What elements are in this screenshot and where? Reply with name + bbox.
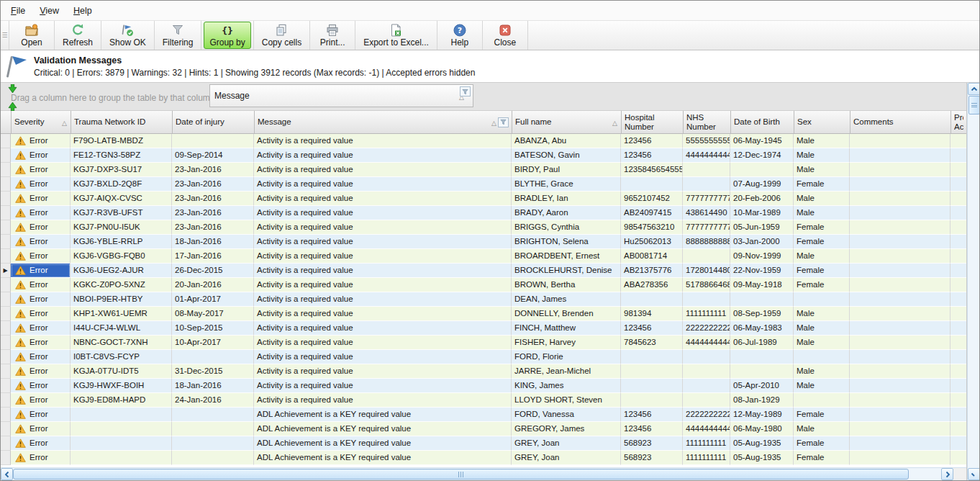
row-selector-cell[interactable]	[1, 235, 11, 249]
nhs-number-cell[interactable]: 2222222222	[683, 321, 730, 336]
message-cell[interactable]: Activity is a required value	[254, 134, 512, 148]
trauma-network-id-cell[interactable]: KGJ6-UEG2-AJUR	[71, 264, 172, 278]
row-selector-cell[interactable]	[1, 134, 11, 148]
comments-cell[interactable]	[850, 321, 950, 336]
trauma-network-id-cell[interactable]: KGKC-Z0PO-5XNZ	[71, 278, 172, 292]
full-name-cell[interactable]: BRIGHTON, Selena	[512, 235, 621, 249]
message-cell[interactable]: Activity is a required value	[254, 206, 512, 220]
trauma-network-id-cell[interactable]: KGJ7-R3VB-UFST	[71, 206, 172, 220]
date-of-injury-cell[interactable]: 01-Apr-2017	[172, 292, 254, 307]
message-cell[interactable]: Activity is a required value	[254, 235, 512, 249]
nhs-number-cell[interactable]	[683, 393, 730, 408]
prob-acce-cell[interactable]	[950, 379, 966, 393]
full-name-cell[interactable]: FINCH, Matthew	[512, 321, 621, 336]
nhs-number-cell[interactable]: 5555555555	[683, 134, 730, 148]
hospital-number-cell[interactable]: 568923	[621, 436, 683, 451]
sex-cell[interactable]: Male	[794, 148, 850, 163]
date-of-injury-cell[interactable]	[172, 436, 254, 451]
comments-cell[interactable]	[850, 350, 950, 364]
comments-cell[interactable]	[850, 192, 950, 206]
date-of-injury-cell[interactable]: 24-Jan-2016	[172, 393, 254, 408]
comments-cell[interactable]	[850, 220, 950, 235]
date-of-injury-cell[interactable]	[172, 134, 254, 148]
comments-cell[interactable]	[850, 206, 950, 220]
severity-cell[interactable]: Error	[11, 134, 71, 148]
message-cell[interactable]: Activity is a required value	[254, 350, 512, 364]
date-of-injury-cell[interactable]	[172, 408, 254, 422]
table-row[interactable]: Error KGJ7-R3VB-UFST 23-Jan-2016 Activit…	[1, 206, 966, 220]
sex-cell[interactable]: Female	[794, 220, 850, 235]
date-of-birth-cell[interactable]: 05-Apr-2010	[730, 379, 794, 393]
trauma-network-id-cell[interactable]: KHP1-XW61-UEMR	[71, 307, 172, 321]
date-of-birth-cell[interactable]: 07-Aug-1999	[730, 177, 794, 192]
row-selector-cell[interactable]	[1, 408, 11, 422]
severity-cell[interactable]: Error	[11, 321, 71, 336]
row-selector-cell[interactable]	[1, 206, 11, 220]
table-row[interactable]: Error KGJ7-AIQX-CVSC 23-Jan-2016 Activit…	[1, 192, 966, 206]
sex-cell[interactable]: Male	[794, 249, 850, 264]
message-cell[interactable]: Activity is a required value	[254, 379, 512, 393]
comments-cell[interactable]	[850, 235, 950, 249]
prob-acce-cell[interactable]	[950, 192, 966, 206]
date-of-birth-cell[interactable]: 08-Sep-1959	[730, 307, 794, 321]
sex-cell[interactable]: Male	[794, 379, 850, 393]
date-of-birth-cell[interactable]: 20-Feb-2006	[730, 192, 794, 206]
toolbar-button-copy-cells[interactable]: Copy cells	[254, 21, 310, 50]
table-row[interactable]: Error I0BT-C8VS-FCYP Activity is a requi…	[1, 350, 966, 364]
nhs-number-cell[interactable]: 4444444444	[683, 336, 730, 350]
date-of-birth-cell[interactable]: 05-Aug-1935	[730, 451, 794, 465]
full-name-cell[interactable]: BROARDBENT, Ernest	[512, 249, 621, 264]
date-of-birth-cell[interactable]: 06-May-1980	[730, 422, 794, 436]
nhs-number-cell[interactable]	[683, 163, 730, 177]
sex-cell[interactable]: Female	[794, 451, 850, 465]
severity-cell[interactable]: Error	[11, 422, 71, 436]
trauma-network-id-cell[interactable]: KGJ9-HWXF-BOIH	[71, 379, 172, 393]
message-cell[interactable]: Activity is a required value	[254, 220, 512, 235]
table-row[interactable]: Error KGJ6-YBLE-RRLP 18-Jan-2016 Activit…	[1, 235, 966, 249]
date-of-injury-cell[interactable]	[172, 422, 254, 436]
comments-cell[interactable]	[850, 379, 950, 393]
nhs-number-cell[interactable]: 1111111111	[683, 451, 730, 465]
table-row[interactable]: Error ADL Achievement is a KEY required …	[1, 436, 966, 451]
full-name-cell[interactable]: DEAN, James	[512, 292, 621, 307]
row-selector-cell[interactable]	[1, 307, 11, 321]
toolbar-button-open[interactable]: Open	[9, 21, 55, 50]
date-of-injury-cell[interactable]: 26-Dec-2015	[172, 264, 254, 278]
sex-cell[interactable]: Male	[794, 336, 850, 350]
sex-cell[interactable]: Male	[794, 321, 850, 336]
column-header-prob_acce[interactable]: Prob Acce △	[951, 111, 966, 133]
row-selector-cell[interactable]	[1, 336, 11, 350]
full-name-cell[interactable]: FORD, Florie	[512, 350, 621, 364]
date-of-injury-cell[interactable]: 23-Jan-2016	[172, 220, 254, 235]
comments-cell[interactable]	[850, 422, 950, 436]
prob-acce-cell[interactable]	[950, 264, 966, 278]
message-cell[interactable]: ADL Achievement is a KEY required value	[254, 436, 512, 451]
date-of-injury-cell[interactable]: 08-May-2017	[172, 307, 254, 321]
full-name-cell[interactable]: JARRE, Jean-Michel	[512, 364, 621, 379]
date-of-injury-cell[interactable]: 10-Sep-2015	[172, 321, 254, 336]
toolbar-button-group-by[interactable]: {} Group by	[201, 21, 253, 50]
table-row[interactable]: Error ADL Achievement is a KEY required …	[1, 451, 966, 465]
severity-cell[interactable]: Error	[11, 278, 71, 292]
nhs-number-cell[interactable]: 4444444444	[683, 148, 730, 163]
nhs-number-cell[interactable]	[683, 364, 730, 379]
severity-cell[interactable]: Error	[11, 292, 71, 307]
horizontal-scrollbar-track[interactable]	[909, 468, 941, 480]
nhs-number-cell[interactable]: 438614490	[683, 206, 730, 220]
row-selector-cell[interactable]	[1, 350, 11, 364]
vertical-scrollbar-thumb[interactable]	[968, 96, 980, 114]
date-of-injury-cell[interactable]: 23-Jan-2016	[172, 206, 254, 220]
row-selector-cell[interactable]	[1, 192, 11, 206]
trauma-network-id-cell[interactable]: KGJ6-VGBG-FQB0	[71, 249, 172, 264]
row-selector-cell[interactable]	[1, 148, 11, 163]
funnel-icon[interactable]	[498, 117, 509, 127]
sex-cell[interactable]: Female	[794, 264, 850, 278]
trauma-network-id-cell[interactable]	[71, 408, 172, 422]
hospital-number-cell[interactable]: 981394	[621, 307, 683, 321]
row-selector-cell[interactable]	[1, 292, 11, 307]
row-selector-cell[interactable]	[1, 264, 11, 278]
date-of-birth-cell[interactable]: 03-Jan-2000	[730, 235, 794, 249]
funnel-icon[interactable]	[460, 86, 471, 96]
comments-cell[interactable]	[850, 163, 950, 177]
nhs-number-cell[interactable]: 4444444444	[683, 422, 730, 436]
